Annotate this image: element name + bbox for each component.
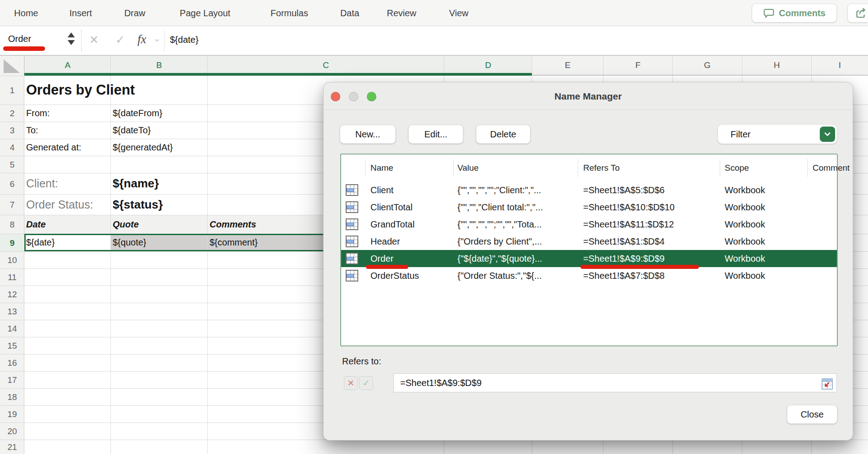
row-header-11[interactable]: 11 (0, 268, 24, 286)
refers-to-field[interactable]: =Sheet1!$A$9:$D$9 (393, 373, 837, 392)
close-traffic-light[interactable] (331, 92, 340, 101)
filter-dropdown[interactable]: Filter (718, 125, 837, 144)
cell-b9[interactable]: ${quote} (113, 234, 146, 251)
named-range-icon (346, 201, 358, 213)
row-header-16[interactable]: 16 (0, 354, 24, 371)
header-strip-underline (532, 75, 868, 76)
cell-b4[interactable]: ${generatedAt} (113, 139, 173, 156)
cell-a2[interactable]: From: (26, 104, 50, 122)
cell-a4[interactable]: Generated at: (26, 139, 81, 156)
tab-review[interactable]: Review (387, 0, 416, 26)
dialog-title: Name Manager (324, 82, 853, 110)
edit-button[interactable]: Edit... (408, 125, 463, 144)
confirm-edit-button[interactable]: ✓ (359, 376, 373, 390)
tab-insert[interactable]: Insert (69, 0, 92, 26)
row-header-1[interactable]: 1 (0, 76, 24, 104)
chevron-down-icon (820, 127, 835, 142)
tab-view[interactable]: View (449, 0, 469, 26)
column-header-i[interactable]: I (811, 56, 868, 76)
row-header-4[interactable]: 4 (0, 139, 24, 156)
table-row-order[interactable]: Order{"${date}","${quote}...=Sheet1!$A$9… (341, 250, 837, 267)
select-all-corner[interactable] (0, 56, 24, 76)
table-row-client[interactable]: Client{"","","","";"Client:","...=Sheet1… (341, 182, 837, 199)
comments-button[interactable]: Comments (752, 4, 837, 23)
formula-input[interactable]: ${date} (170, 26, 198, 53)
row-cell-value: {"","","Client total:","... (457, 199, 543, 216)
selected-columns-underline (24, 73, 532, 76)
cell-b7[interactable]: ${status} (113, 194, 163, 215)
select-all-triangle-icon (4, 59, 20, 73)
tab-home[interactable]: Home (14, 0, 38, 26)
cancel-icon[interactable]: ✕ (89, 26, 99, 53)
row-header-3[interactable]: 3 (0, 122, 24, 139)
close-button[interactable]: Close (787, 405, 837, 424)
zoom-traffic-light[interactable] (367, 92, 376, 101)
column-header-g[interactable]: G (672, 56, 742, 76)
column-header-e[interactable]: E (532, 56, 603, 76)
share-button[interactable] (847, 4, 868, 23)
tab-draw[interactable]: Draw (124, 0, 146, 26)
row-cell-refers-to: =Sheet1!$A$1:$D$4 (583, 233, 665, 250)
cell-a9[interactable]: ${date} (26, 234, 55, 251)
table-row-header[interactable]: Header{"Orders by Client",...=Sheet1!$A$… (341, 233, 837, 250)
table-row-grandtotal[interactable]: GrandTotal{"","","","";"","","Tota...=Sh… (341, 216, 837, 233)
row-header-6[interactable]: 6 (0, 173, 24, 194)
name-manager-dialog: Name Manager New... Edit... Delete Filte… (323, 82, 853, 440)
row-cell-name: OrderStatus (370, 267, 419, 284)
table-header-divider (453, 159, 454, 177)
row-header-8[interactable]: 8 (0, 215, 24, 234)
row-header-2[interactable]: 2 (0, 104, 24, 122)
tab-formulas[interactable]: Formulas (270, 0, 308, 26)
named-range-icon (346, 270, 358, 281)
row-header-17[interactable]: 17 (0, 371, 24, 388)
row-header-7[interactable]: 7 (0, 194, 24, 215)
cell-c9[interactable]: ${comment} (210, 234, 258, 251)
column-header-f[interactable]: F (603, 56, 672, 76)
cell-a8[interactable]: Date (26, 215, 46, 234)
row-header-20[interactable]: 20 (0, 422, 24, 440)
table-row-orderstatus[interactable]: OrderStatus{"Order Status:","${...=Sheet… (341, 267, 837, 284)
table-header-scope: Scope (725, 154, 749, 182)
table-header-comment: Comment (813, 154, 850, 182)
tab-data[interactable]: Data (340, 0, 359, 26)
cell-a7[interactable]: Order Status: (26, 194, 93, 215)
row-header-14[interactable]: 14 (0, 320, 24, 337)
cell-a3[interactable]: To: (26, 122, 38, 139)
cell-c8[interactable]: Comments (210, 215, 256, 234)
minimize-traffic-light[interactable] (349, 92, 358, 101)
cell-b2[interactable]: ${dateFrom} (113, 104, 162, 122)
cancel-edit-button[interactable]: ✕ (344, 376, 358, 390)
row-header-15[interactable]: 15 (0, 337, 24, 354)
table-row-clienttotal[interactable]: ClientTotal{"","","Client total:","...=S… (341, 199, 837, 216)
cell-a1-title[interactable]: Orders by Client (26, 76, 135, 104)
insert-function-icon[interactable]: fx (137, 26, 146, 53)
cell-a6[interactable]: Client: (26, 173, 58, 194)
row-header-9[interactable]: 9 (0, 234, 24, 251)
cell-b6[interactable]: ${name} (113, 173, 159, 194)
dialog-titlebar[interactable]: Name Manager (324, 82, 853, 110)
row-header-12[interactable]: 12 (0, 286, 24, 303)
range-selector-icon[interactable] (822, 377, 833, 389)
enter-icon[interactable]: ✓ (115, 26, 125, 53)
delete-button[interactable]: Delete (476, 125, 530, 144)
cell-b3[interactable]: ${dateTo} (113, 122, 151, 139)
row-header-10[interactable]: 10 (0, 251, 24, 268)
table-header-divider (807, 159, 808, 177)
new-button[interactable]: New... (340, 125, 396, 144)
tab-page-layout[interactable]: Page Layout (180, 0, 230, 26)
row-header-18[interactable]: 18 (0, 388, 24, 405)
row-cell-value: {"","","","";"","","Tota... (457, 216, 542, 233)
row-header-5[interactable]: 5 (0, 156, 24, 173)
row-cell-name: ClientTotal (370, 199, 412, 216)
row-header-21[interactable]: 21 (0, 440, 24, 454)
comments-label: Comments (779, 8, 825, 18)
annotation-underline-refers-to (580, 265, 699, 269)
ribbon: HomeInsertDrawPage LayoutFormulasDataRev… (0, 0, 868, 26)
gridline-vertical (110, 76, 111, 454)
chevron-down-icon[interactable]: ⌄ (153, 25, 161, 52)
row-header-19[interactable]: 19 (0, 405, 24, 422)
row-header-13[interactable]: 13 (0, 303, 24, 320)
cell-b8[interactable]: Quote (113, 215, 139, 234)
name-box-stepper[interactable] (67, 32, 76, 50)
column-header-h[interactable]: H (742, 56, 811, 76)
